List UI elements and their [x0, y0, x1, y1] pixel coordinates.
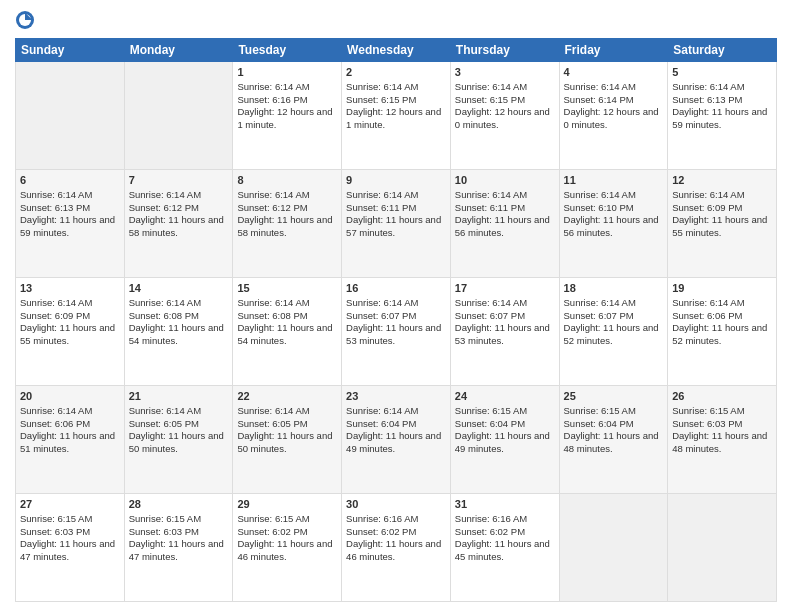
sunset: Sunset: 6:10 PM — [564, 202, 634, 213]
daylight: Daylight: 11 hours and 51 minutes. — [20, 430, 115, 454]
calendar-cell: 5Sunrise: 6:14 AMSunset: 6:13 PMDaylight… — [668, 62, 777, 170]
day-number: 24 — [455, 389, 555, 404]
daylight: Daylight: 11 hours and 48 minutes. — [564, 430, 659, 454]
daylight: Daylight: 11 hours and 57 minutes. — [346, 214, 441, 238]
day-number: 5 — [672, 65, 772, 80]
day-number: 9 — [346, 173, 446, 188]
sunrise: Sunrise: 6:14 AM — [672, 297, 744, 308]
sunrise: Sunrise: 6:16 AM — [455, 513, 527, 524]
calendar-week-4: 20Sunrise: 6:14 AMSunset: 6:06 PMDayligh… — [16, 386, 777, 494]
daylight: Daylight: 11 hours and 59 minutes. — [672, 106, 767, 130]
daylight: Daylight: 11 hours and 50 minutes. — [237, 430, 332, 454]
sunrise: Sunrise: 6:14 AM — [237, 297, 309, 308]
daylight: Daylight: 11 hours and 52 minutes. — [564, 322, 659, 346]
daylight: Daylight: 11 hours and 58 minutes. — [129, 214, 224, 238]
sunrise: Sunrise: 6:14 AM — [346, 189, 418, 200]
day-number: 15 — [237, 281, 337, 296]
sunset: Sunset: 6:09 PM — [672, 202, 742, 213]
calendar-cell: 10Sunrise: 6:14 AMSunset: 6:11 PMDayligh… — [450, 170, 559, 278]
day-header-tuesday: Tuesday — [233, 39, 342, 62]
calendar-cell: 26Sunrise: 6:15 AMSunset: 6:03 PMDayligh… — [668, 386, 777, 494]
calendar-cell: 25Sunrise: 6:15 AMSunset: 6:04 PMDayligh… — [559, 386, 668, 494]
day-number: 10 — [455, 173, 555, 188]
calendar-cell: 18Sunrise: 6:14 AMSunset: 6:07 PMDayligh… — [559, 278, 668, 386]
calendar-cell: 7Sunrise: 6:14 AMSunset: 6:12 PMDaylight… — [124, 170, 233, 278]
calendar-cell: 28Sunrise: 6:15 AMSunset: 6:03 PMDayligh… — [124, 494, 233, 602]
calendar-cell: 20Sunrise: 6:14 AMSunset: 6:06 PMDayligh… — [16, 386, 125, 494]
day-header-wednesday: Wednesday — [342, 39, 451, 62]
sunrise: Sunrise: 6:15 AM — [672, 405, 744, 416]
day-number: 6 — [20, 173, 120, 188]
daylight: Daylight: 11 hours and 56 minutes. — [455, 214, 550, 238]
sunset: Sunset: 6:14 PM — [564, 94, 634, 105]
day-number: 19 — [672, 281, 772, 296]
calendar-cell: 21Sunrise: 6:14 AMSunset: 6:05 PMDayligh… — [124, 386, 233, 494]
sunset: Sunset: 6:07 PM — [346, 310, 416, 321]
daylight: Daylight: 11 hours and 54 minutes. — [237, 322, 332, 346]
day-number: 30 — [346, 497, 446, 512]
day-number: 17 — [455, 281, 555, 296]
calendar-week-3: 13Sunrise: 6:14 AMSunset: 6:09 PMDayligh… — [16, 278, 777, 386]
daylight: Daylight: 11 hours and 54 minutes. — [129, 322, 224, 346]
calendar-cell: 4Sunrise: 6:14 AMSunset: 6:14 PMDaylight… — [559, 62, 668, 170]
calendar-cell: 12Sunrise: 6:14 AMSunset: 6:09 PMDayligh… — [668, 170, 777, 278]
sunset: Sunset: 6:06 PM — [672, 310, 742, 321]
sunset: Sunset: 6:15 PM — [455, 94, 525, 105]
sunset: Sunset: 6:11 PM — [346, 202, 416, 213]
day-number: 29 — [237, 497, 337, 512]
sunset: Sunset: 6:11 PM — [455, 202, 525, 213]
daylight: Daylight: 11 hours and 49 minutes. — [346, 430, 441, 454]
calendar-cell: 9Sunrise: 6:14 AMSunset: 6:11 PMDaylight… — [342, 170, 451, 278]
calendar-week-2: 6Sunrise: 6:14 AMSunset: 6:13 PMDaylight… — [16, 170, 777, 278]
calendar-cell: 13Sunrise: 6:14 AMSunset: 6:09 PMDayligh… — [16, 278, 125, 386]
sunrise: Sunrise: 6:15 AM — [237, 513, 309, 524]
sunrise: Sunrise: 6:14 AM — [346, 81, 418, 92]
sunset: Sunset: 6:02 PM — [237, 526, 307, 537]
calendar-header-row: SundayMondayTuesdayWednesdayThursdayFrid… — [16, 39, 777, 62]
calendar-cell: 16Sunrise: 6:14 AMSunset: 6:07 PMDayligh… — [342, 278, 451, 386]
calendar-cell: 17Sunrise: 6:14 AMSunset: 6:07 PMDayligh… — [450, 278, 559, 386]
sunset: Sunset: 6:04 PM — [346, 418, 416, 429]
daylight: Daylight: 11 hours and 55 minutes. — [672, 214, 767, 238]
day-number: 1 — [237, 65, 337, 80]
sunrise: Sunrise: 6:15 AM — [455, 405, 527, 416]
day-number: 22 — [237, 389, 337, 404]
calendar-cell: 29Sunrise: 6:15 AMSunset: 6:02 PMDayligh… — [233, 494, 342, 602]
daylight: Daylight: 11 hours and 53 minutes. — [455, 322, 550, 346]
day-number: 3 — [455, 65, 555, 80]
sunrise: Sunrise: 6:15 AM — [564, 405, 636, 416]
sunset: Sunset: 6:04 PM — [455, 418, 525, 429]
day-header-friday: Friday — [559, 39, 668, 62]
sunrise: Sunrise: 6:14 AM — [455, 81, 527, 92]
day-number: 13 — [20, 281, 120, 296]
sunset: Sunset: 6:05 PM — [129, 418, 199, 429]
calendar-week-1: 1Sunrise: 6:14 AMSunset: 6:16 PMDaylight… — [16, 62, 777, 170]
sunset: Sunset: 6:03 PM — [672, 418, 742, 429]
day-number: 16 — [346, 281, 446, 296]
sunrise: Sunrise: 6:14 AM — [237, 189, 309, 200]
daylight: Daylight: 11 hours and 45 minutes. — [455, 538, 550, 562]
sunrise: Sunrise: 6:14 AM — [20, 405, 92, 416]
sunrise: Sunrise: 6:14 AM — [129, 297, 201, 308]
calendar-cell — [668, 494, 777, 602]
sunset: Sunset: 6:07 PM — [455, 310, 525, 321]
day-number: 23 — [346, 389, 446, 404]
sunrise: Sunrise: 6:14 AM — [564, 189, 636, 200]
daylight: Daylight: 11 hours and 48 minutes. — [672, 430, 767, 454]
calendar-week-5: 27Sunrise: 6:15 AMSunset: 6:03 PMDayligh… — [16, 494, 777, 602]
day-number: 8 — [237, 173, 337, 188]
calendar-cell: 24Sunrise: 6:15 AMSunset: 6:04 PMDayligh… — [450, 386, 559, 494]
daylight: Daylight: 11 hours and 55 minutes. — [20, 322, 115, 346]
daylight: Daylight: 11 hours and 53 minutes. — [346, 322, 441, 346]
sunrise: Sunrise: 6:14 AM — [237, 405, 309, 416]
calendar-table: SundayMondayTuesdayWednesdayThursdayFrid… — [15, 38, 777, 602]
sunrise: Sunrise: 6:16 AM — [346, 513, 418, 524]
daylight: Daylight: 11 hours and 46 minutes. — [346, 538, 441, 562]
sunrise: Sunrise: 6:14 AM — [564, 297, 636, 308]
daylight: Daylight: 11 hours and 52 minutes. — [672, 322, 767, 346]
calendar-cell: 3Sunrise: 6:14 AMSunset: 6:15 PMDaylight… — [450, 62, 559, 170]
sunrise: Sunrise: 6:14 AM — [346, 405, 418, 416]
sunrise: Sunrise: 6:15 AM — [20, 513, 92, 524]
daylight: Daylight: 11 hours and 59 minutes. — [20, 214, 115, 238]
sunset: Sunset: 6:06 PM — [20, 418, 90, 429]
